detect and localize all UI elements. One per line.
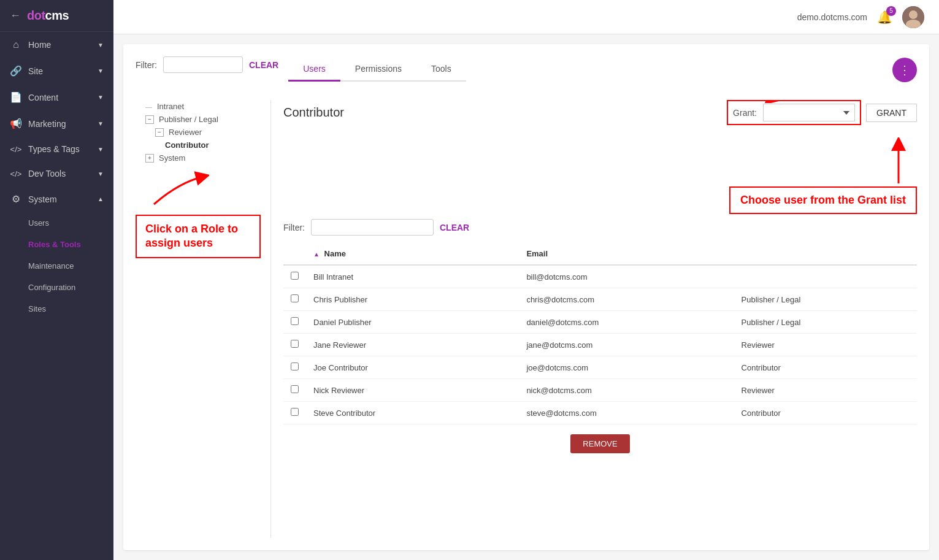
annotation-text-click-role: Click on a Role to assign users bbox=[145, 223, 238, 249]
annotation-text-choose-user: Choose user from the Grant list bbox=[740, 194, 906, 206]
devtools-icon: </> bbox=[10, 169, 22, 178]
back-button[interactable]: ← bbox=[10, 9, 21, 22]
sort-icon: ▲ bbox=[313, 251, 320, 258]
sidebar-item-users[interactable]: Users bbox=[0, 212, 113, 234]
sidebar-label-system: System bbox=[28, 194, 57, 204]
user-name: Nick Reviewer bbox=[306, 379, 519, 402]
sidebar-item-roles-tools[interactable]: Roles & Tools bbox=[0, 234, 113, 255]
row-checkbox[interactable] bbox=[291, 362, 299, 370]
grant-select[interactable] bbox=[763, 104, 855, 121]
tree-item-publisher-legal[interactable]: − Publisher / Legal bbox=[136, 113, 261, 126]
tab-permissions[interactable]: Permissions bbox=[340, 58, 416, 82]
sidebar-label-home: Home bbox=[28, 40, 51, 50]
row-checkbox[interactable] bbox=[291, 317, 299, 325]
filter-input[interactable] bbox=[163, 56, 243, 73]
user-email: steve@dotcms.com bbox=[519, 402, 734, 424]
inner-filter-input[interactable] bbox=[311, 219, 434, 236]
notification-bell[interactable]: 🔔 5 bbox=[877, 10, 892, 25]
arrow-icon: ▲ bbox=[98, 196, 104, 202]
table-row: Steve Contributor steve@dotcms.com Contr… bbox=[283, 402, 917, 424]
tab-tools[interactable]: Tools bbox=[416, 58, 466, 82]
table-row: Nick Reviewer nick@dotcms.com Reviewer bbox=[283, 379, 917, 402]
user-email: bill@dotcms.com bbox=[519, 265, 734, 288]
user-role: Reviewer bbox=[734, 379, 917, 402]
sidebar-item-types-tags[interactable]: </> Types & Tags ▼ bbox=[0, 137, 113, 161]
tree-item-system[interactable]: + System bbox=[136, 152, 261, 164]
users-table: ▲ Name Email Bill Intranet bi bbox=[283, 243, 917, 424]
annotation-choose-user: Choose user from the Grant list bbox=[729, 186, 917, 214]
sidebar-item-system[interactable]: ⚙ System ▲ bbox=[0, 186, 113, 212]
tab-permissions-label: Permissions bbox=[355, 64, 402, 74]
user-role: Contributor bbox=[734, 356, 917, 379]
sidebar-item-sites[interactable]: Sites bbox=[0, 298, 113, 320]
sidebar-item-maintenance[interactable]: Maintenance bbox=[0, 255, 113, 277]
system-submenu: Users Roles & Tools Maintenance Configur… bbox=[0, 212, 113, 320]
sidebar-item-configuration[interactable]: Configuration bbox=[0, 277, 113, 298]
tree-label-contributor: Contributor bbox=[165, 140, 209, 150]
avatar[interactable] bbox=[902, 6, 924, 28]
sidebar-item-dev-tools[interactable]: </> Dev Tools ▼ bbox=[0, 161, 113, 186]
sites-label: Sites bbox=[28, 304, 46, 313]
tree-toggle-system[interactable]: + bbox=[145, 154, 154, 163]
users-table-body: Bill Intranet bill@dotcms.com Chris Publ… bbox=[283, 265, 917, 424]
clear-button[interactable]: CLEAR bbox=[249, 60, 278, 70]
sidebar-label-types: Types & Tags bbox=[28, 144, 80, 154]
sidebar-item-site[interactable]: 🔗 Site ▼ bbox=[0, 58, 113, 84]
col-email-header[interactable]: Email bbox=[519, 243, 734, 265]
system-icon: ⚙ bbox=[10, 193, 22, 205]
maintenance-label: Maintenance bbox=[28, 261, 74, 270]
table-header-row: ▲ Name Email bbox=[283, 243, 917, 265]
row-checkbox[interactable] bbox=[291, 294, 299, 302]
site-icon: 🔗 bbox=[10, 65, 22, 77]
sidebar-item-home[interactable]: ⌂ Home ▼ bbox=[0, 32, 113, 58]
user-role: Publisher / Legal bbox=[734, 288, 917, 311]
table-row: Chris Publisher chris@dotcms.com Publish… bbox=[283, 288, 917, 311]
grant-label: Grant: bbox=[733, 108, 757, 118]
row-checkbox[interactable] bbox=[291, 408, 299, 416]
tree-item-reviewer[interactable]: − Reviewer bbox=[136, 126, 261, 139]
tree-toggle-reviewer[interactable]: − bbox=[155, 128, 164, 137]
tab-users[interactable]: Users bbox=[288, 58, 340, 82]
logo: dotcms bbox=[27, 9, 69, 23]
tree-item-intranet[interactable]: — Intranet bbox=[136, 100, 261, 113]
arrow-icon: ▼ bbox=[98, 94, 104, 101]
inner-filter-label: Filter: bbox=[283, 223, 305, 232]
row-checkbox[interactable] bbox=[291, 272, 299, 280]
filter-label: Filter: bbox=[136, 60, 157, 70]
user-email: chris@dotcms.com bbox=[519, 288, 734, 311]
user-name: Joe Contributor bbox=[306, 356, 519, 379]
tree-item-contributor[interactable]: Contributor bbox=[136, 139, 261, 152]
more-options-button[interactable]: ⋮ bbox=[892, 58, 917, 82]
tab-users-label: Users bbox=[303, 64, 326, 74]
sidebar-item-content[interactable]: 📄 Content ▼ bbox=[0, 84, 113, 110]
row-checkbox[interactable] bbox=[291, 385, 299, 393]
user-email: jane@dotcms.com bbox=[519, 334, 734, 356]
users-label: Users bbox=[28, 218, 49, 228]
tree-label-reviewer: Reviewer bbox=[169, 128, 202, 137]
user-email: joe@dotcms.com bbox=[519, 356, 734, 379]
user-role: Publisher / Legal bbox=[734, 311, 917, 334]
types-icon: </> bbox=[10, 145, 22, 154]
sidebar-header: ← dotcms bbox=[0, 0, 113, 32]
inner-clear-button[interactable]: CLEAR bbox=[440, 223, 469, 232]
role-header: Contributor Grant: bbox=[283, 100, 917, 125]
tree-label-intranet: Intranet bbox=[157, 102, 184, 111]
domain-label: demo.dotcms.com bbox=[797, 12, 867, 22]
tab-tools-label: Tools bbox=[431, 64, 451, 74]
sidebar-item-marketing[interactable]: 📢 Marketing ▼ bbox=[0, 110, 113, 137]
table-row: Daniel Publisher daniel@dotcms.com Publi… bbox=[283, 311, 917, 334]
table-row: Joe Contributor joe@dotcms.com Contribut… bbox=[283, 356, 917, 379]
name-column-label: Name bbox=[324, 249, 346, 258]
annotation-click-role: Click on a Role to assign users bbox=[136, 215, 261, 258]
content-icon: 📄 bbox=[10, 91, 22, 103]
table-row: Bill Intranet bill@dotcms.com bbox=[283, 265, 917, 288]
remove-button[interactable]: REMOVE bbox=[570, 434, 629, 453]
tree-panel: — Intranet − Publisher / Legal − Reviewe… bbox=[136, 100, 270, 538]
col-name-header[interactable]: ▲ Name bbox=[306, 243, 519, 265]
grant-button[interactable]: GRANT bbox=[866, 104, 917, 122]
user-role: Reviewer bbox=[734, 334, 917, 356]
tree-toggle-publisher[interactable]: − bbox=[145, 115, 154, 124]
arrow-icon: ▼ bbox=[98, 146, 104, 153]
split-layout: — Intranet − Publisher / Legal − Reviewe… bbox=[136, 100, 917, 538]
row-checkbox[interactable] bbox=[291, 340, 299, 348]
